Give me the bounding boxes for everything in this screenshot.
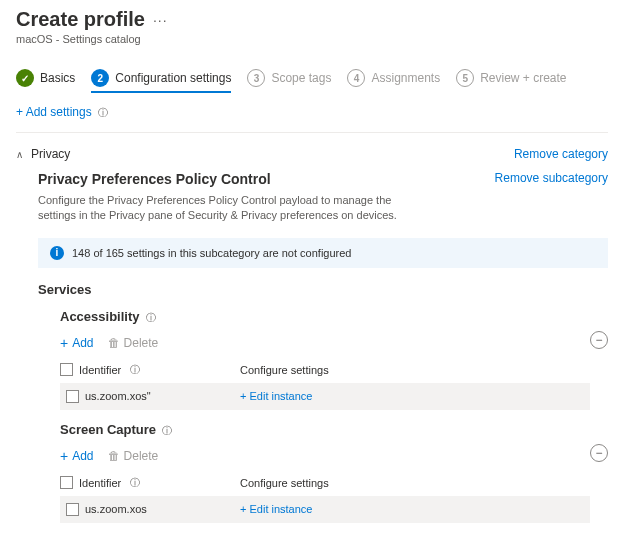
info-bar: i 148 of 165 settings in this subcategor… (38, 238, 608, 268)
identifier-value: us.zoom.xos" (85, 390, 151, 402)
step-number: 2 (91, 69, 109, 87)
info-icon[interactable]: ⓘ (130, 476, 140, 490)
add-label: Add (72, 449, 93, 463)
step-number: 5 (456, 69, 474, 87)
column-configure: Configure settings (240, 477, 590, 489)
check-icon: ✓ (16, 69, 34, 87)
column-identifier: Identifier (79, 364, 121, 376)
add-settings-link[interactable]: + Add settings (16, 105, 92, 119)
edit-instance-link[interactable]: + Edit instance (240, 503, 584, 515)
edit-instance-link[interactable]: + Edit instance (240, 390, 584, 402)
info-bar-text: 148 of 165 settings in this subcategory … (72, 247, 351, 259)
column-configure: Configure settings (240, 364, 590, 376)
step-label: Configuration settings (115, 71, 231, 85)
add-button[interactable]: +Add (60, 448, 94, 464)
step-label: Basics (40, 71, 75, 85)
column-identifier: Identifier (79, 477, 121, 489)
step-scope-tags[interactable]: 3 Scope tags (247, 69, 331, 87)
select-all-checkbox[interactable] (60, 476, 73, 489)
info-icon[interactable]: ⓘ (162, 425, 172, 436)
row-checkbox[interactable] (66, 390, 79, 403)
info-icon: i (50, 246, 64, 260)
add-button[interactable]: +Add (60, 335, 94, 351)
info-icon[interactable]: ⓘ (130, 363, 140, 377)
delete-button: 🗑Delete (108, 336, 159, 350)
service-screen-capture: Screen Capture ⓘ +Add 🗑Delete Identifier… (60, 422, 608, 523)
collapse-icon[interactable]: − (590, 444, 608, 462)
subcategory-description: Configure the Privacy Preferences Policy… (38, 193, 418, 224)
wizard-stepper: ✓ Basics 2 Configuration settings 3 Scop… (0, 51, 624, 93)
step-label: Review + create (480, 71, 566, 85)
select-all-checkbox[interactable] (60, 363, 73, 376)
delete-label: Delete (124, 449, 159, 463)
step-assignments[interactable]: 4 Assignments (347, 69, 440, 87)
step-basics[interactable]: ✓ Basics (16, 69, 75, 87)
delete-button: 🗑Delete (108, 449, 159, 463)
step-label: Assignments (371, 71, 440, 85)
service-name: Accessibility (60, 309, 140, 324)
step-configuration-settings[interactable]: 2 Configuration settings (91, 69, 231, 93)
add-label: Add (72, 336, 93, 350)
table-row[interactable]: us.zoom.xos + Edit instance (60, 496, 590, 523)
identifier-value: us.zoom.xos (85, 503, 147, 515)
services-heading: Services (38, 282, 608, 297)
delete-label: Delete (124, 336, 159, 350)
step-number: 3 (247, 69, 265, 87)
table-row[interactable]: us.zoom.xos" + Edit instance (60, 383, 590, 410)
info-icon[interactable]: ⓘ (98, 107, 108, 118)
row-checkbox[interactable] (66, 503, 79, 516)
subcategory-title: Privacy Preferences Policy Control (38, 171, 418, 187)
more-icon[interactable]: ··· (153, 12, 168, 28)
collapse-icon[interactable]: − (590, 331, 608, 349)
plus-icon: + (60, 335, 68, 351)
category-name: Privacy (31, 147, 70, 161)
plus-icon: + (60, 448, 68, 464)
chevron-up-icon[interactable]: ∧ (16, 149, 23, 160)
trash-icon: 🗑 (108, 336, 120, 350)
remove-subcategory-link[interactable]: Remove subcategory (495, 171, 608, 185)
step-number: 4 (347, 69, 365, 87)
step-review-create[interactable]: 5 Review + create (456, 69, 566, 87)
trash-icon: 🗑 (108, 449, 120, 463)
info-icon[interactable]: ⓘ (146, 312, 156, 323)
page-subtitle: macOS - Settings catalog (16, 33, 608, 45)
page-title: Create profile (16, 8, 145, 31)
remove-category-link[interactable]: Remove category (514, 147, 608, 161)
step-label: Scope tags (271, 71, 331, 85)
service-name: Screen Capture (60, 422, 156, 437)
service-accessibility: Accessibility ⓘ +Add 🗑Delete Identifier … (60, 309, 608, 410)
